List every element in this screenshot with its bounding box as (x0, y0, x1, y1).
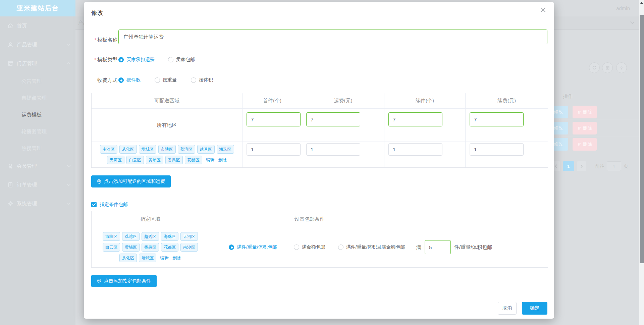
edit-shipping-template-dialog: 修改 *模板名称 *模板类型 买家承担运费 卖家包邮 收费方式 按件数 按重量 … (84, 2, 554, 319)
radio-label[interactable]: 卖家包邮 (176, 57, 195, 63)
region-tag: 增城区 (139, 254, 156, 262)
scrollbar-thumb[interactable] (640, 15, 644, 263)
delete-button[interactable]: 删除 (573, 106, 597, 118)
first-qty-input[interactable] (247, 112, 301, 126)
edit-regions-link[interactable]: 编辑 (160, 255, 169, 261)
chevron-down-icon (67, 165, 71, 167)
toolbar-grid-icon[interactable] (602, 62, 613, 73)
region-tag: 天河区 (107, 156, 124, 164)
radio-by-volume[interactable] (191, 77, 196, 83)
region-tag: 越秀区 (197, 145, 215, 154)
radio-by-quantity-free[interactable] (229, 245, 234, 250)
content-divider (554, 53, 639, 53)
threshold-input[interactable] (425, 240, 451, 254)
sidebar-item-store[interactable]: 门店管理 (0, 54, 75, 73)
radio-by-amount-free[interactable] (294, 245, 299, 250)
sidebar: 亚米建站后台 首页 产品管理 门店管理 公告管理 自提点管理 运费模板 轮播图管… (0, 0, 75, 325)
charge-method-radio-group: 按件数 按重量 按体积 (118, 75, 213, 85)
delete-label: 删除 (583, 125, 592, 131)
table-cell (243, 142, 302, 167)
sidebar-item-orders[interactable]: 订单管理 (0, 175, 75, 194)
radio-buyer-pays[interactable] (118, 57, 124, 62)
region-tag: 黄埔区 (122, 243, 140, 252)
chevron-up-icon (67, 62, 71, 65)
tag-group: 天河区白云区黄埔区番禺区花都区 (107, 156, 202, 164)
next-qty-input[interactable] (388, 112, 442, 126)
first-qty-input[interactable] (247, 143, 301, 156)
radio-label[interactable]: 满金额包邮 (302, 244, 325, 250)
tag-group: 从化区增城区 (119, 254, 156, 262)
vertical-scrollbar[interactable] (639, 0, 644, 325)
column-header: 设置包邮条件 (209, 211, 410, 227)
template-type-radio-group: 买家承担运费 卖家包邮 (118, 55, 195, 64)
free-shipping-table: 指定区域 设置包邮条件 市辖区荔湾区越秀区海珠区天河区 白云区黄埔区番禺区花都区… (91, 211, 548, 268)
sidebar-item-hot-search[interactable]: 热搜管理 (0, 140, 75, 157)
column-header: 首件(个) (243, 93, 302, 109)
radio-label[interactable]: 买家承担运费 (126, 57, 155, 63)
region-tag: 南沙区 (100, 145, 117, 154)
radio-label[interactable]: 按重量 (163, 77, 177, 83)
radio-label[interactable]: 按体积 (199, 77, 213, 83)
confirm-button[interactable]: 确定 (522, 302, 547, 315)
dialog-title: 修改 (91, 9, 103, 17)
region-tag: 增城区 (139, 145, 156, 154)
radio-by-quantity-and-amount-free[interactable] (338, 245, 343, 250)
delete-button[interactable]: 删除 (573, 122, 597, 134)
threshold-suffix: 件/重量/体积包邮 (454, 244, 492, 251)
pagination: 1 前往 页 (552, 161, 628, 171)
radio-label[interactable]: 满件/重量/体积且满金额包邮 (346, 244, 405, 250)
brand-title: 亚米建站后台 (17, 4, 59, 13)
free-shipping-condition-cell: 满件/重量/体积包邮 满金额包邮 满件/重量/体积且满金额包邮 (209, 227, 410, 267)
template-name-input[interactable] (118, 30, 547, 44)
table-column-actions: 操作 (563, 93, 573, 100)
sidebar-item-products[interactable]: 产品管理 (0, 35, 75, 54)
pagination-next-button[interactable] (577, 161, 586, 171)
sidebar-item-system[interactable]: 系统管理 (0, 194, 75, 213)
region-tag: 南沙区 (180, 243, 198, 252)
first-fee-input[interactable] (306, 112, 360, 126)
radio-by-weight[interactable] (155, 77, 160, 83)
sidebar-item-announcements[interactable]: 公告管理 (0, 73, 75, 90)
close-icon[interactable] (541, 7, 548, 15)
region-tag: 白云区 (126, 156, 144, 164)
trash-icon (577, 110, 581, 114)
scrollbar-up-arrow-icon[interactable] (640, 2, 643, 4)
admin-user-label[interactable]: admin (616, 5, 630, 11)
add-condition-button[interactable]: 点击添加指定包邮条件 (91, 275, 157, 287)
delete-regions-link[interactable]: 删除 (172, 255, 181, 261)
region-tag: 花都区 (161, 243, 178, 252)
table-cell (384, 142, 466, 167)
checkbox-icon[interactable] (91, 202, 97, 207)
add-region-button[interactable]: 点击添加可配送的区域和运费 (91, 175, 171, 187)
required-mark: * (94, 57, 96, 62)
next-fee-input[interactable] (470, 112, 524, 126)
button-label: 点击添加可配送的区域和运费 (104, 178, 165, 184)
pagination-current-page[interactable]: 1 (563, 161, 574, 171)
conditional-free-shipping-label[interactable]: 指定条件包邮 (100, 202, 128, 208)
next-fee-input[interactable] (470, 143, 524, 156)
sidebar-item-pickup-points[interactable]: 自提点管理 (0, 90, 75, 106)
radio-by-piece[interactable] (118, 77, 124, 83)
tag-line: 天河区白云区黄埔区番禺区花都区 编辑 删除 (107, 156, 227, 164)
delete-regions-link[interactable]: 删除 (218, 157, 227, 163)
region-tag: 海珠区 (217, 145, 234, 154)
sidebar-item-shipping-templates[interactable]: 运费模板 (0, 106, 75, 123)
delete-button[interactable]: 删除 (573, 138, 597, 151)
sidebar-item-members[interactable]: 会员管理 (0, 157, 75, 175)
cancel-button[interactable]: 取消 (498, 302, 517, 315)
radio-label[interactable]: 满件/重量/体积包邮 (237, 244, 277, 250)
chevron-down-icon[interactable] (630, 21, 635, 24)
radio-label[interactable]: 按件数 (126, 77, 141, 83)
toolbar-settings-icon[interactable] (616, 62, 627, 73)
pagination-goto-input[interactable] (607, 161, 621, 171)
table-cell (384, 109, 466, 142)
column-header: 指定区域 (92, 211, 209, 227)
edit-regions-link[interactable]: 编辑 (206, 157, 215, 163)
first-fee-input[interactable] (306, 143, 360, 156)
next-qty-input[interactable] (388, 143, 442, 156)
sidebar-item-carousel[interactable]: 轮播图管理 (0, 123, 75, 140)
radio-seller-free[interactable] (168, 57, 173, 62)
toolbar-refresh-icon[interactable] (589, 62, 600, 73)
table-cell (302, 142, 384, 167)
sidebar-item-home[interactable]: 首页 (0, 16, 75, 35)
